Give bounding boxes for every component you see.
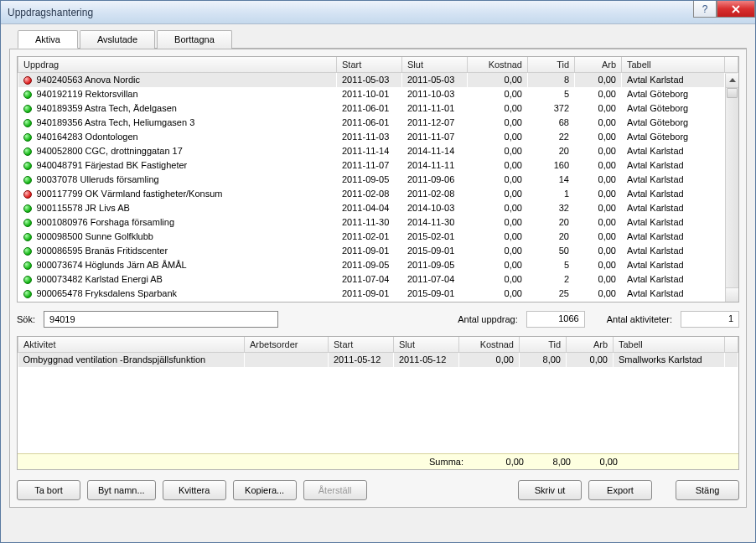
sum-row: Summa: 0,00 8,00 0,00 [18, 453, 738, 469]
col-arbetsorder[interactable]: Arbetsorder [245, 337, 329, 353]
scroll-up-icon [729, 78, 736, 82]
status-dot-icon [23, 276, 32, 284]
table-row[interactable]: 940164283 Odontologen2011-11-032011-11-0… [18, 130, 738, 144]
status-dot-icon [23, 162, 32, 170]
aterstall-button[interactable]: Återställ [303, 480, 367, 500]
col-tid[interactable]: Tid [528, 57, 575, 73]
col-aktivitet[interactable]: Aktivitet [18, 337, 245, 353]
col-slut[interactable]: Slut [402, 57, 468, 73]
col-start[interactable]: Start [337, 57, 402, 73]
col-tid2[interactable]: Tid [520, 337, 567, 353]
scroll-down-icon [729, 293, 736, 297]
count-uppdrag-value: 1066 [526, 311, 585, 328]
search-input[interactable] [44, 311, 278, 328]
stang-button[interactable]: Stäng [676, 480, 739, 500]
count-akt-value: 1 [681, 311, 739, 328]
table-row[interactable]: 900115578 JR Livs AB2011-04-042014-10-03… [18, 201, 738, 215]
close-icon [731, 5, 741, 13]
help-icon: ? [702, 3, 708, 15]
byt-namn-button[interactable]: Byt namn... [87, 480, 156, 500]
table-row[interactable]: 940048791 Färjestad BK Fastigheter2011-1… [18, 158, 738, 173]
table-row[interactable]: 940052800 CGC, drottninggatan 172011-11-… [18, 144, 738, 158]
tab-borttagna[interactable]: Borttagna [157, 30, 232, 49]
status-dot-icon [23, 190, 32, 199]
count-uppdrag-label: Antal uppdrag: [458, 314, 518, 324]
col-slut2[interactable]: Slut [394, 337, 459, 353]
col-start2[interactable]: Start [329, 337, 394, 353]
status-dot-icon [23, 147, 32, 156]
activities-grid[interactable]: Aktivitet Arbetsorder Start Slut Kostnad… [17, 336, 739, 470]
grid-scrollbar[interactable] [725, 74, 738, 302]
table-row[interactable]: Ombyggnad ventilation -Brandspjällsfunkt… [18, 353, 738, 367]
export-button[interactable]: Export [588, 480, 652, 500]
window-title: Uppdragshantering [8, 7, 93, 18]
sum-arb: 0,00 [571, 457, 618, 467]
status-dot-icon [23, 219, 32, 227]
table-row[interactable]: 90037078 Ulleruds församling2011-09-0520… [18, 173, 738, 187]
table-row[interactable]: 900073674 Höglunds Järn AB ÅMÅL2011-09-0… [18, 258, 738, 272]
status-dot-icon [23, 204, 32, 213]
table-row[interactable]: 900065478 Fryksdalens Sparbank2011-09-01… [18, 287, 738, 301]
col-uppdrag[interactable]: Uppdrag [18, 57, 337, 73]
status-dot-icon [23, 90, 32, 99]
table-row[interactable]: 940240563 Anova Nordic2011-05-032011-05-… [18, 73, 738, 87]
table-row[interactable]: 900117799 OK Värmland fastigheter/Konsum… [18, 187, 738, 201]
tab-avslutade[interactable]: Avslutade [80, 30, 155, 49]
status-dot-icon [23, 119, 32, 127]
help-button[interactable]: ? [693, 1, 717, 18]
status-dot-icon [23, 233, 32, 241]
search-label: Sök: [17, 314, 35, 324]
table-row[interactable]: 900098500 Sunne Golfklubb2011-02-012015-… [18, 230, 738, 244]
table-row[interactable]: 940189356 Astra Tech, Heliumgasen 32011-… [18, 116, 738, 130]
status-dot-icon [23, 76, 32, 85]
col-kostnad2[interactable]: Kostnad [459, 337, 520, 353]
status-dot-icon [23, 105, 32, 113]
col-tabell2[interactable]: Tabell [614, 337, 725, 353]
tab-aktiva[interactable]: Aktiva [18, 30, 78, 49]
kopiera-button[interactable]: Kopiera... [233, 480, 297, 500]
col-tabell[interactable]: Tabell [622, 57, 725, 73]
table-row[interactable]: 900073482 Karlstad Energi AB2011-07-0420… [18, 272, 738, 287]
table-row[interactable]: 900086595 Branäs Fritidscenter2011-09-01… [18, 244, 738, 258]
col-scroll [725, 57, 738, 73]
table-row[interactable]: 940189359 Astra Tech, Ädelgasen2011-06-0… [18, 101, 738, 116]
table-row[interactable]: 940192119 Rektorsvillan2011-10-012011-10… [18, 87, 738, 101]
scroll-thumb[interactable] [727, 88, 738, 98]
sum-label: Summa: [398, 457, 463, 467]
ta-bort-button[interactable]: Ta bort [17, 480, 80, 500]
col-kostnad[interactable]: Kostnad [468, 57, 528, 73]
skriv-ut-button[interactable]: Skriv ut [518, 480, 582, 500]
status-dot-icon [23, 133, 32, 142]
app-window: Uppdragshantering ? Aktiva Avslutade Bor… [0, 0, 756, 543]
sum-tid: 8,00 [524, 457, 571, 467]
kvittera-button[interactable]: Kvittera [163, 480, 226, 500]
status-dot-icon [23, 290, 32, 298]
title-bar[interactable]: Uppdragshantering ? [1, 1, 755, 24]
table-row[interactable]: 9001080976 Forshaga församling2011-11-30… [18, 215, 738, 230]
col-arb[interactable]: Arb [575, 57, 622, 73]
status-dot-icon [23, 247, 32, 256]
assignments-grid[interactable]: Uppdrag Start Slut Kostnad Tid Arb Tabel… [17, 56, 739, 303]
count-akt-label: Antal aktiviteter: [607, 314, 672, 324]
sum-kostnad: 0,00 [463, 457, 524, 467]
status-dot-icon [23, 261, 32, 270]
col-arb2[interactable]: Arb [567, 337, 614, 353]
close-button[interactable] [717, 1, 755, 18]
status-dot-icon [23, 176, 32, 184]
tab-bar: Aktiva Avslutade Borttagna [18, 29, 747, 49]
